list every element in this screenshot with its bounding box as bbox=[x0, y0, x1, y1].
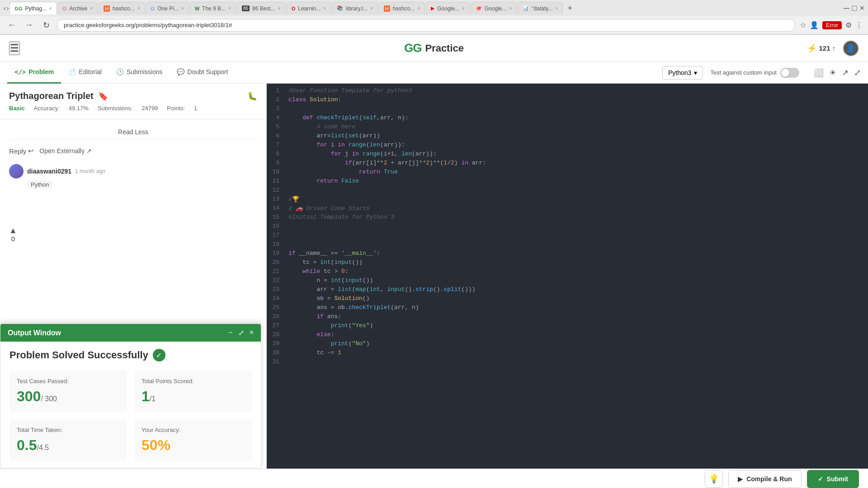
theme-icon[interactable]: ☀ bbox=[829, 68, 836, 78]
back-button[interactable]: ← bbox=[5, 19, 18, 32]
tab-label-4: The 9 B... bbox=[202, 5, 226, 12]
code-line-1: 1 #User function Template for python3 bbox=[267, 87, 868, 96]
line-number-11: 11 bbox=[267, 178, 285, 187]
tab-close-3[interactable]: × bbox=[181, 6, 184, 11]
line-content-18 bbox=[285, 241, 868, 250]
line-content-31 bbox=[285, 358, 868, 367]
doubt-icon: 💬 bbox=[177, 68, 184, 75]
menu-button[interactable]: ⋮ bbox=[855, 21, 863, 29]
line-content-16 bbox=[285, 223, 868, 232]
points-label: Points: bbox=[167, 105, 185, 112]
nav-doubt-support[interactable]: 💬 Doubt Support bbox=[170, 62, 235, 84]
tab-close-9[interactable]: × bbox=[462, 6, 465, 11]
tab-5[interactable]: 86 86 Best... × bbox=[237, 2, 286, 14]
tab-nav-forward[interactable]: › bbox=[7, 5, 9, 12]
tab-9[interactable]: ▶ Google... × bbox=[426, 2, 470, 14]
tab-active[interactable]: GG Pythag... × bbox=[9, 2, 57, 14]
hamburger-menu[interactable]: ☰ bbox=[9, 42, 20, 55]
fullscreen-icon[interactable]: ⬜ bbox=[814, 68, 824, 78]
user-avatar[interactable]: 👤 bbox=[843, 40, 859, 56]
vote-up-icon[interactable]: ▲ bbox=[9, 226, 17, 235]
tab-4[interactable]: W The 9 B... × bbox=[190, 2, 236, 14]
reply-actions: ▲ 0 Reply ↩ Open Externally ↗ bbox=[9, 145, 257, 160]
expand-icon[interactable]: ⤢ bbox=[854, 68, 861, 78]
url-input[interactable] bbox=[57, 19, 795, 32]
code-line-18: 18 bbox=[267, 241, 868, 250]
logo-text: Practice bbox=[425, 42, 464, 54]
code-line-16: 16 bbox=[267, 223, 868, 232]
profile-button[interactable]: 👤 bbox=[810, 21, 819, 29]
nav-submissions[interactable]: 🕐 Submissions bbox=[109, 62, 170, 84]
tab-close-11[interactable]: × bbox=[555, 6, 558, 11]
vote-controls: ▲ 0 bbox=[9, 226, 17, 243]
close-window[interactable]: × bbox=[859, 4, 864, 13]
minimize-window[interactable]: ─ bbox=[844, 4, 849, 13]
compile-run-button[interactable]: ▶ Compile & Run bbox=[728, 470, 801, 488]
tab-11[interactable]: 📊 "dataty... × bbox=[518, 2, 563, 14]
main-layout: Pythagorean Triplet 🔖 🐛 Basic Accuracy: … bbox=[0, 84, 868, 469]
forward-button[interactable]: → bbox=[23, 19, 35, 32]
bug-icon[interactable]: 🐛 bbox=[247, 91, 257, 101]
problem-meta: Basic Accuracy: 49.17% Submissions: 2479… bbox=[9, 105, 257, 112]
tab-10[interactable]: 🐙 Google... × bbox=[471, 2, 517, 14]
bookmark-icon[interactable]: 🔖 bbox=[98, 91, 108, 101]
tab-close-7[interactable]: × bbox=[370, 6, 373, 11]
tab-8[interactable]: H hashco... × bbox=[379, 2, 425, 14]
submit-button[interactable]: ✓ Submit bbox=[807, 470, 859, 488]
submit-label: Submit bbox=[827, 475, 848, 483]
output-close-icon[interactable]: × bbox=[250, 328, 254, 337]
stat-label-3: Your Accuracy: bbox=[142, 427, 245, 433]
tab-close-10[interactable]: × bbox=[509, 6, 512, 11]
bookmark-button[interactable]: ☆ bbox=[800, 21, 806, 29]
tab-close-2[interactable]: × bbox=[137, 6, 140, 11]
score-arrow: ↑ bbox=[832, 44, 836, 52]
submissions-value: 24799 bbox=[142, 105, 158, 112]
share-icon[interactable]: ↗ bbox=[842, 68, 849, 78]
maximize-window[interactable]: □ bbox=[852, 4, 857, 13]
line-number-7: 7 bbox=[267, 141, 285, 150]
tab-close-8[interactable]: × bbox=[417, 6, 420, 11]
tab-close-6[interactable]: × bbox=[323, 6, 326, 11]
output-expand-icon[interactable]: ⤢ bbox=[238, 328, 244, 337]
stat-label-2: Total Time Taken: bbox=[17, 427, 120, 433]
tab-close-active[interactable]: × bbox=[49, 6, 52, 11]
language-selector[interactable]: Python3 ▾ bbox=[662, 66, 703, 80]
success-row: Problem Solved Successfully ✓ bbox=[9, 349, 252, 361]
code-line-15: 15 #Initial Template for Python 3 bbox=[267, 214, 868, 223]
line-content-3 bbox=[285, 105, 868, 114]
tab-6[interactable]: O Learnin... × bbox=[287, 2, 331, 14]
line-content-28: else: bbox=[285, 331, 868, 340]
stat-value-0: 300/ 300 bbox=[17, 388, 120, 405]
tab-2[interactable]: H hashco... × bbox=[99, 2, 145, 14]
tab-nav-back[interactable]: ‹ bbox=[4, 5, 6, 12]
line-number-22: 22 bbox=[267, 277, 285, 286]
tab-3[interactable]: G One Pi... × bbox=[146, 2, 189, 14]
toggle-switch[interactable] bbox=[780, 68, 799, 78]
output-minimize-icon[interactable]: − bbox=[228, 328, 232, 337]
extensions-button[interactable]: ⚙ bbox=[845, 21, 852, 29]
username[interactable]: diaaswani0291 bbox=[27, 168, 71, 175]
new-tab-button[interactable]: + bbox=[564, 4, 576, 13]
nav-problem[interactable]: </> Problem bbox=[7, 62, 61, 84]
read-less-button[interactable]: Read Less bbox=[9, 125, 257, 140]
tab-close-1[interactable]: × bbox=[90, 6, 93, 11]
code-editor[interactable]: 1 #User function Template for python3 2 … bbox=[267, 84, 868, 469]
stat-value-2: 0.5/4.5 bbox=[17, 437, 120, 454]
tab-1[interactable]: G Archive × bbox=[58, 2, 98, 14]
light-mode-button[interactable]: 💡 bbox=[705, 470, 723, 488]
time-ago: 1 month ago bbox=[75, 168, 105, 174]
reply-button[interactable]: Reply ↩ bbox=[9, 147, 34, 155]
code-line-17: 17 bbox=[267, 232, 868, 241]
open-external-button[interactable]: Open Externally ↗ bbox=[39, 147, 92, 155]
tab-close-5[interactable]: × bbox=[278, 6, 281, 11]
reload-button[interactable]: ↻ bbox=[40, 19, 52, 32]
tab-7[interactable]: 📚 library.l... × bbox=[332, 2, 378, 14]
line-content-5: # code here bbox=[285, 123, 868, 132]
success-checkmark-icon: ✓ bbox=[153, 349, 165, 361]
tab-close-4[interactable]: × bbox=[228, 6, 231, 11]
difficulty-badge: Basic bbox=[9, 105, 25, 112]
code-line-23: 23 arr = list(map(int, input().strip().s… bbox=[267, 286, 868, 295]
line-number-2: 2 bbox=[267, 96, 285, 105]
nav-editorial[interactable]: 📄 Editorial bbox=[61, 62, 109, 84]
line-number-1: 1 bbox=[267, 87, 285, 96]
